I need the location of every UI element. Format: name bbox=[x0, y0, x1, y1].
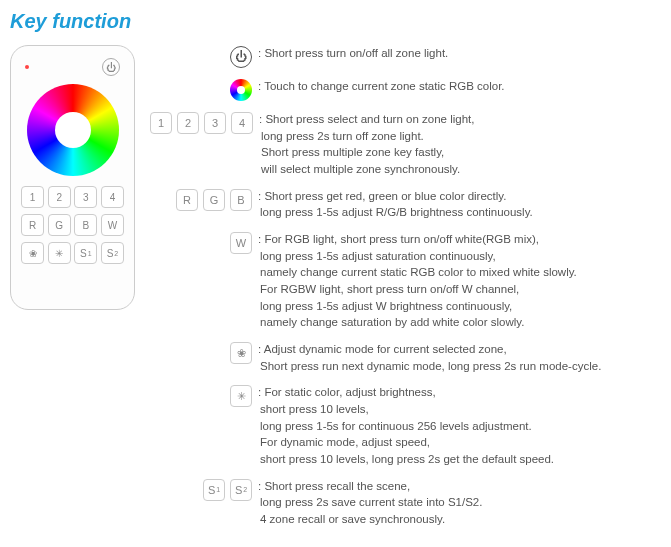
zone-3-button: 3 bbox=[74, 186, 97, 208]
scene-description: Short press recall the scene,long press … bbox=[260, 478, 482, 528]
s2-button: S2 bbox=[101, 242, 124, 264]
zone-1-button: 1 bbox=[21, 186, 44, 208]
indicator-led bbox=[25, 65, 29, 69]
zone-2-key: 2 bbox=[177, 112, 199, 134]
color-wheel-icon bbox=[230, 79, 252, 101]
function-list: ⏻ Short press turn on/off all zone light… bbox=[150, 45, 661, 538]
s1-key: S1 bbox=[203, 479, 225, 501]
zone-4-button: 4 bbox=[101, 186, 124, 208]
g-key: G bbox=[203, 189, 225, 211]
brightness-description: For static color, adjust brightness,shor… bbox=[260, 384, 554, 467]
r-key: R bbox=[176, 189, 198, 211]
s1-button: S1 bbox=[74, 242, 97, 264]
power-description: Short press turn on/off all zone light. bbox=[260, 45, 448, 62]
brightness-key: ✳ bbox=[230, 385, 252, 407]
page-title: Key function bbox=[10, 10, 661, 33]
g-button: G bbox=[48, 214, 71, 236]
s2-key: S2 bbox=[230, 479, 252, 501]
mode-description: Adjust dynamic mode for current selected… bbox=[260, 341, 601, 374]
mode-button: ❀ bbox=[21, 242, 44, 264]
brightness-button: ✳ bbox=[48, 242, 71, 264]
remote-illustration: ⏻ 1 2 3 4 R G B W ❀ ✳ S1 S2 bbox=[10, 45, 135, 310]
w-button: W bbox=[101, 214, 124, 236]
zones-description: Short press select and turn on zone ligh… bbox=[261, 111, 474, 178]
color-wheel bbox=[27, 84, 119, 176]
rgb-description: Touch to change current zone static RGB … bbox=[260, 78, 505, 95]
w-key: W bbox=[230, 232, 252, 254]
zone-2-button: 2 bbox=[48, 186, 71, 208]
power-icon: ⏻ bbox=[102, 58, 120, 76]
zone-3-key: 3 bbox=[204, 112, 226, 134]
power-icon: ⏻ bbox=[230, 46, 252, 68]
b-key: B bbox=[230, 189, 252, 211]
zone-1-key: 1 bbox=[150, 112, 172, 134]
rgb-buttons-description: Short press get red, green or blue color… bbox=[260, 188, 533, 221]
w-description: For RGB light, short press turn on/off w… bbox=[260, 231, 577, 331]
zone-4-key: 4 bbox=[231, 112, 253, 134]
r-button: R bbox=[21, 214, 44, 236]
mode-key: ❀ bbox=[230, 342, 252, 364]
b-button: B bbox=[74, 214, 97, 236]
